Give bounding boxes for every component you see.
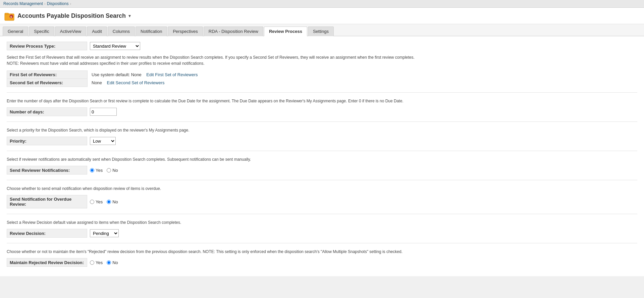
tab-audit[interactable]: Audit: [87, 27, 107, 36]
send-notifications-row: Send Reviewer Notifications: Yes No: [7, 166, 637, 175]
send-notifications-no-radio[interactable]: [107, 168, 111, 172]
second-set-value-cell: None Edit Second Set of Reviewers: [88, 79, 637, 87]
first-set-value: Use system default: None: [92, 72, 142, 77]
breadcrumb-dispositions[interactable]: Dispositions: [47, 1, 69, 6]
days-label: Number of days:: [7, 107, 87, 116]
edit-second-set-link[interactable]: Edit Second Set of Reviewers: [107, 80, 165, 85]
page-title-dropdown[interactable]: ▾: [128, 13, 131, 18]
send-notifications-yes-option[interactable]: Yes: [90, 168, 103, 173]
tabs-container: General Specific ActiveView Audit Column…: [0, 24, 644, 36]
send-overdue-label: Send Notification for Overdue Review:: [7, 195, 87, 208]
priority-select[interactable]: Low Medium High: [90, 137, 116, 145]
send-overdue-no-radio[interactable]: [107, 200, 111, 204]
send-overdue-yes-radio[interactable]: [90, 200, 94, 204]
maintain-radio-group: Yes No: [90, 260, 118, 265]
priority-label: Priority:: [7, 137, 87, 145]
page-title: Accounts Payable Disposition Search: [17, 12, 126, 19]
svg-text:$: $: [10, 15, 12, 18]
tab-perspectives[interactable]: Perspectives: [168, 27, 203, 36]
maintain-no-radio[interactable]: [107, 260, 111, 265]
send-notifications-yes-label: Yes: [96, 168, 103, 173]
divider-6: [7, 243, 637, 243]
page-header: $ Accounts Payable Disposition Search ▾: [0, 8, 644, 24]
breadcrumb-records-management[interactable]: Records Management: [3, 1, 43, 6]
send-overdue-no-label: No: [112, 199, 118, 204]
decision-info-text: Select a Review Decision default value a…: [7, 219, 637, 226]
send-notifications-no-option[interactable]: No: [107, 168, 118, 173]
review-process-type-value: Standard Review Simple Review: [87, 42, 140, 50]
maintain-no-label: No: [112, 260, 118, 265]
maintain-value: Yes No: [87, 260, 118, 265]
send-overdue-value: Yes No: [87, 199, 118, 204]
maintain-yes-label: Yes: [96, 260, 103, 265]
maintain-row: Maintain Rejected Review Decision: Yes N…: [7, 258, 637, 267]
tab-columns[interactable]: Columns: [108, 27, 135, 36]
first-set-row: First Set of Reviewers: Use system defau…: [7, 71, 637, 79]
tab-notification[interactable]: Notification: [136, 27, 167, 36]
reviewers-note-text: NOTE: Reviewers must have valid email ad…: [7, 61, 205, 66]
days-row: Number of days:: [7, 107, 637, 116]
review-process-type-select[interactable]: Standard Review Simple Review: [90, 42, 140, 50]
send-overdue-radio-group: Yes No: [90, 199, 118, 204]
reviewers-info-text: Select the First Set of Reviewers that w…: [7, 54, 637, 66]
maintain-info-text: Choose whether or not to maintain the it…: [7, 249, 637, 255]
page-icon: $: [4, 10, 15, 21]
send-notifications-label: Send Reviewer Notifications:: [7, 166, 87, 175]
maintain-label: Maintain Rejected Review Decision:: [7, 258, 87, 267]
divider-5: [7, 214, 637, 214]
edit-first-set-link[interactable]: Edit First Set of Reviewers: [146, 72, 198, 77]
second-set-value: None: [92, 80, 102, 85]
send-notifications-value: Yes No: [87, 168, 118, 173]
review-process-type-row: Review Process Type: Standard Review Sim…: [7, 42, 637, 50]
breadcrumb-chevron-1: ›: [44, 2, 46, 6]
second-set-label: Second Set of Reviewers:: [7, 79, 88, 87]
send-overdue-row: Send Notification for Overdue Review: Ye…: [7, 195, 637, 208]
tab-settings[interactable]: Settings: [308, 27, 334, 36]
review-process-type-label: Review Process Type:: [7, 42, 87, 50]
decision-row: Review Decision: Pending Approved Reject…: [7, 229, 637, 238]
tab-rda[interactable]: RDA - Disposition Review: [204, 27, 263, 36]
reviewers-table: First Set of Reviewers: Use system defau…: [7, 70, 637, 87]
breadcrumb: Records Management › Dispositions ›: [0, 0, 644, 8]
tab-specific[interactable]: Specific: [29, 27, 54, 36]
send-overdue-yes-option[interactable]: Yes: [90, 199, 103, 204]
send-overdue-yes-label: Yes: [96, 199, 103, 204]
divider-4: [7, 180, 637, 180]
send-notifications-radio-group: Yes No: [90, 168, 118, 173]
content-area: Review Process Type: Standard Review Sim…: [0, 36, 644, 276]
days-input[interactable]: [90, 108, 117, 116]
send-notifications-yes-radio[interactable]: [90, 168, 94, 172]
maintain-yes-radio[interactable]: [90, 260, 94, 265]
divider-2: [7, 121, 637, 122]
decision-value: Pending Approved Rejected: [87, 229, 119, 237]
days-info-text: Enter the number of days after the Dispo…: [7, 98, 637, 104]
decision-select[interactable]: Pending Approved Rejected: [90, 229, 119, 237]
breadcrumb-chevron-2: ›: [70, 2, 71, 6]
second-set-row: Second Set of Reviewers: None Edit Secon…: [7, 79, 637, 87]
notifications-info-text: Select if reviewer notifications are aut…: [7, 156, 637, 162]
send-overdue-no-option[interactable]: No: [107, 199, 118, 204]
divider-1: [7, 92, 637, 93]
send-notifications-no-label: No: [112, 168, 118, 173]
tab-general[interactable]: General: [3, 27, 28, 36]
priority-value: Low Medium High: [87, 137, 116, 145]
first-set-label: First Set of Reviewers:: [7, 71, 88, 79]
overdue-info-text: Choose whether to send email notificatio…: [7, 186, 637, 192]
maintain-yes-option[interactable]: Yes: [90, 260, 103, 265]
tab-activeview[interactable]: ActiveView: [55, 27, 86, 36]
first-set-value-cell: Use system default: None Edit First Set …: [88, 71, 637, 79]
divider-3: [7, 151, 637, 151]
tab-review-process[interactable]: Review Process: [264, 27, 307, 36]
days-value: [87, 108, 117, 116]
svg-rect-1: [5, 13, 9, 14]
priority-row: Priority: Low Medium High: [7, 137, 637, 145]
priority-info-text: Select a priority for the Disposition Se…: [7, 127, 637, 133]
maintain-no-option[interactable]: No: [107, 260, 118, 265]
decision-label: Review Decision:: [7, 229, 87, 238]
